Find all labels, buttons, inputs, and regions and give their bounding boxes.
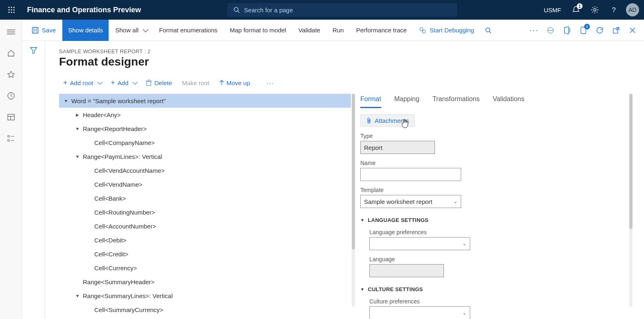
notification-badge: 1 (577, 3, 583, 9)
page-title: Format designer (59, 55, 634, 68)
svg-line-10 (238, 11, 239, 13)
language-label: Language (369, 256, 626, 262)
svg-line-30 (489, 32, 491, 33)
format-enumerations-button[interactable]: Format enumerations (153, 20, 223, 41)
home-icon[interactable] (5, 48, 17, 59)
refresh-icon[interactable] (592, 23, 607, 38)
type-field: Report (360, 141, 435, 154)
popout-icon[interactable] (609, 23, 624, 38)
modules-icon[interactable] (5, 133, 17, 144)
tree-node[interactable]: Header<Any> (59, 108, 351, 122)
tree-node[interactable]: Cell<VendAccountName> (59, 163, 351, 177)
dataverse-icon[interactable] (543, 23, 558, 38)
toggle-icon[interactable] (75, 294, 80, 298)
tree-node[interactable]: Cell<CompanyName> (59, 136, 351, 149)
tree-node[interactable]: Cell<Debit> (59, 233, 351, 247)
tree-node[interactable]: Cell<Bank> (59, 191, 351, 205)
toggle-icon[interactable] (75, 127, 80, 131)
tree-node-label: Range<SummaryHeader> (83, 278, 155, 285)
tree-node-label: Range<ReportHeader> (83, 125, 147, 132)
svg-point-6 (8, 11, 9, 13)
tree-node[interactable]: Range<SummaryHeader> (59, 275, 351, 289)
tree-node[interactable]: Cell<RoutingNumber> (59, 205, 351, 219)
tree-node[interactable]: Cell<SummaryCurrency> (59, 303, 351, 317)
make-root-button: Make root (178, 77, 214, 89)
notifications-icon[interactable]: 1 (569, 3, 583, 16)
chevron-down-icon: ⌄ (462, 241, 467, 247)
name-label: Name (360, 160, 626, 166)
tree-node-label: Cell<SummaryCurrency> (94, 306, 163, 313)
add-button[interactable]: +Add (107, 77, 140, 89)
save-label: Save (42, 27, 56, 34)
global-search[interactable] (228, 3, 457, 17)
tree-node[interactable]: Range<PaymLines>: Vertical (59, 149, 351, 163)
tree-scrollbar[interactable] (352, 94, 355, 307)
panel-scrollbar[interactable] (629, 94, 633, 307)
performance-trace-button[interactable]: Performance trace (350, 20, 412, 41)
map-format-to-model-button[interactable]: Map format to model (224, 20, 292, 41)
language-settings-label: LANGUAGE SETTINGS (368, 217, 428, 223)
find-icon[interactable] (481, 23, 496, 38)
tree-node[interactable]: Cell<Credit> (59, 247, 351, 261)
culture-preferences-select[interactable]: ⌄ (369, 306, 470, 319)
hamburger-icon[interactable] (5, 26, 17, 38)
tree-node[interactable]: Range<ReportHeader> (59, 122, 351, 136)
filter-icon[interactable] (30, 47, 37, 319)
toggle-icon[interactable] (63, 99, 69, 103)
svg-point-29 (486, 28, 490, 32)
move-up-button[interactable]: Move up (215, 77, 255, 89)
tree-node-label: Cell<AccountNumber> (94, 223, 156, 230)
tree-node-label: Cell<RoutingNumber> (94, 209, 155, 216)
tree-node[interactable]: Cell<Currency> (59, 261, 351, 275)
toggle-icon[interactable] (75, 113, 80, 117)
show-details-button[interactable]: Show details (62, 20, 109, 41)
favorites-icon[interactable] (5, 69, 17, 80)
language-preferences-select[interactable]: ⌄ (369, 237, 470, 250)
tab-transformations[interactable]: Transformations (432, 94, 480, 108)
collapse-icon: ▼ (360, 287, 364, 292)
app-launcher-icon[interactable] (5, 3, 18, 16)
settings-icon[interactable] (588, 3, 601, 16)
validate-button[interactable]: Validate (293, 20, 326, 41)
attachments-button[interactable]: Attachments (360, 114, 415, 127)
tree-node-label: Range<PaymLines>: Vertical (83, 153, 162, 160)
save-icon (32, 27, 39, 34)
add-root-button[interactable]: +Add root (59, 77, 105, 89)
tab-validations[interactable]: Validations (493, 94, 524, 108)
svg-point-0 (8, 7, 9, 8)
start-debugging-button[interactable]: Start Debugging (413, 20, 480, 41)
tree-node[interactable]: Cell<VendName> (59, 177, 351, 191)
show-all-button[interactable]: Show all (109, 20, 152, 41)
language-settings-header[interactable]: ▼LANGUAGE SETTINGS (360, 217, 626, 223)
tree-node-label: Cell<Bank> (94, 195, 126, 202)
tab-mapping[interactable]: Mapping (394, 94, 419, 108)
tree-node[interactable]: Range<SummaryLines>: Vertical (59, 289, 351, 303)
format-tree[interactable]: Word = "Sample worksheet report"Header<A… (59, 94, 351, 317)
recent-icon[interactable] (5, 90, 17, 102)
svg-rect-35 (147, 81, 151, 86)
save-button[interactable]: Save (26, 20, 61, 41)
attachments-icon[interactable]: 0 (576, 23, 591, 38)
run-button[interactable]: Run (327, 20, 350, 41)
tab-format[interactable]: Format (360, 94, 381, 108)
name-field[interactable] (360, 168, 461, 181)
delete-button[interactable]: Delete (142, 77, 176, 89)
overflow-button[interactable]: ··· (262, 77, 278, 89)
search-input[interactable] (244, 7, 451, 14)
app-title: Finance and Operations Preview (27, 6, 141, 14)
svg-rect-20 (8, 136, 9, 137)
office-icon[interactable] (560, 23, 574, 38)
chevron-down-icon: ⌄ (462, 310, 467, 316)
culture-settings-header[interactable]: ▼CULTURE SETTINGS (360, 286, 626, 292)
company-code[interactable]: USMF (544, 7, 562, 14)
tree-node[interactable]: Word = "Sample worksheet report" (59, 94, 351, 108)
language-preferences-label: Language preferences (369, 229, 626, 235)
toggle-icon[interactable] (75, 154, 80, 159)
close-icon[interactable] (625, 23, 640, 38)
help-icon[interactable]: ? (607, 3, 620, 16)
more-icon[interactable]: ··· (527, 23, 542, 38)
workspaces-icon[interactable] (5, 111, 17, 123)
template-select[interactable]: Sample worksheet report ⌄ (360, 195, 461, 208)
user-avatar[interactable]: AD (626, 3, 639, 16)
tree-node[interactable]: Cell<AccountNumber> (59, 219, 351, 233)
